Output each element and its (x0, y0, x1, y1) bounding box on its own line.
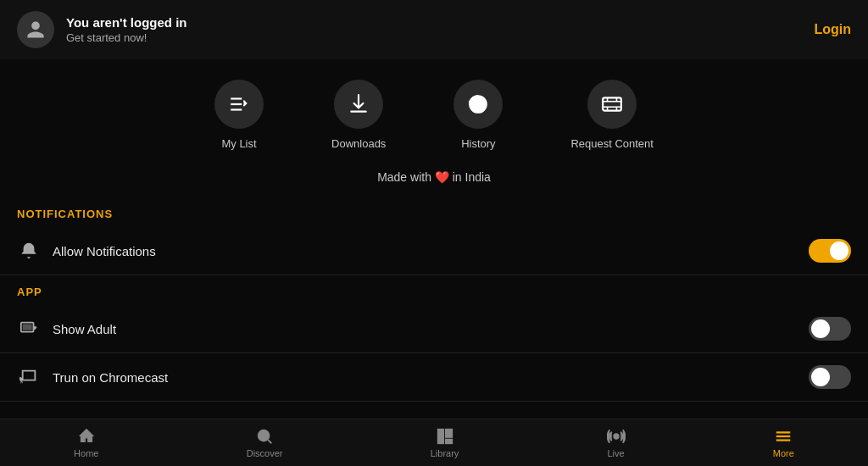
bell-icon (19, 241, 38, 260)
history-label: History (461, 137, 495, 150)
nav-more-label: More (773, 448, 794, 458)
search-icon (255, 427, 274, 446)
nav-live[interactable]: Live (590, 422, 643, 463)
action-history[interactable]: History (453, 80, 503, 150)
show-adult-left: Show Adult (17, 317, 116, 341)
show-adult-toggle[interactable] (809, 317, 851, 341)
allow-notifications-left: Allow Notifications (17, 239, 156, 263)
history-icon-circle (453, 80, 503, 129)
header-title: You aren't logged in (66, 15, 186, 30)
allow-notifications-row: Allow Notifications (0, 227, 868, 275)
bottom-nav: Home Discover Library Live (0, 419, 868, 466)
quick-actions: My List Downloads History (0, 59, 868, 164)
notifications-section-header: NOTIFICATIONS (0, 197, 868, 227)
svg-rect-4 (603, 97, 621, 110)
adult-icon-container (17, 317, 41, 341)
header-text: You aren't logged in Get started now! (66, 15, 186, 44)
action-request-content[interactable]: Request Content (570, 80, 654, 150)
nav-library[interactable]: Library (414, 422, 476, 463)
download-icon (348, 93, 370, 115)
login-button[interactable]: Login (814, 22, 851, 37)
svg-rect-16 (445, 430, 451, 437)
home-icon (77, 427, 96, 446)
action-my-list[interactable]: My List (214, 80, 264, 150)
svg-point-13 (259, 430, 270, 441)
nav-library-label: Library (431, 448, 459, 458)
list-icon (228, 93, 250, 115)
my-list-icon-circle (214, 80, 264, 129)
show-adult-row: Show Adult (0, 305, 868, 353)
chromecast-left: Trun on Chromecast (17, 365, 168, 389)
nav-more[interactable]: More (756, 422, 811, 463)
avatar[interactable] (17, 11, 54, 48)
history-icon (467, 93, 489, 115)
nav-discover[interactable]: Discover (230, 422, 300, 463)
request-content-icon-circle (587, 80, 637, 129)
live-icon (607, 427, 626, 446)
main-content: My List Downloads History (0, 59, 868, 419)
film-icon (601, 93, 623, 115)
chromecast-row: Trun on Chromecast (0, 353, 868, 402)
action-downloads[interactable]: Downloads (331, 80, 386, 150)
downloads-icon-circle (334, 80, 383, 129)
adult-icon (19, 319, 38, 338)
my-list-label: My List (221, 137, 256, 150)
user-icon (25, 19, 46, 40)
nav-discover-label: Discover (247, 448, 283, 458)
cast-icon-container (17, 365, 41, 389)
nav-home[interactable]: Home (57, 422, 115, 463)
header: You aren't logged in Get started now! Lo… (0, 0, 868, 59)
svg-rect-17 (445, 440, 451, 444)
nav-live-label: Live (607, 448, 624, 458)
request-content-label: Request Content (570, 137, 654, 150)
svg-rect-15 (437, 430, 442, 444)
app-section-header: APP (0, 275, 868, 305)
made-with-text: Made with ❤️ in India (0, 164, 868, 197)
library-icon (436, 427, 454, 446)
cast-icon (19, 368, 38, 386)
downloads-label: Downloads (331, 137, 386, 150)
svg-rect-12 (23, 325, 32, 330)
heart-icon: ❤️ (435, 170, 453, 184)
allow-notifications-label: Allow Notifications (53, 244, 156, 258)
chromecast-label: Trun on Chromecast (53, 370, 168, 385)
toggle-knob-cast (811, 368, 830, 386)
header-subtitle: Get started now! (66, 31, 186, 44)
header-left: You aren't logged in Get started now! (17, 11, 186, 48)
menu-icon (774, 427, 793, 446)
nav-home-label: Home (74, 448, 98, 458)
svg-line-14 (268, 440, 271, 443)
bell-icon-container (17, 239, 41, 263)
toggle-knob-adult (811, 319, 830, 338)
allow-notifications-toggle[interactable] (809, 239, 851, 263)
chromecast-toggle[interactable] (809, 365, 851, 389)
show-adult-label: Show Adult (53, 322, 116, 336)
toggle-knob (830, 241, 849, 260)
svg-point-18 (614, 434, 619, 439)
